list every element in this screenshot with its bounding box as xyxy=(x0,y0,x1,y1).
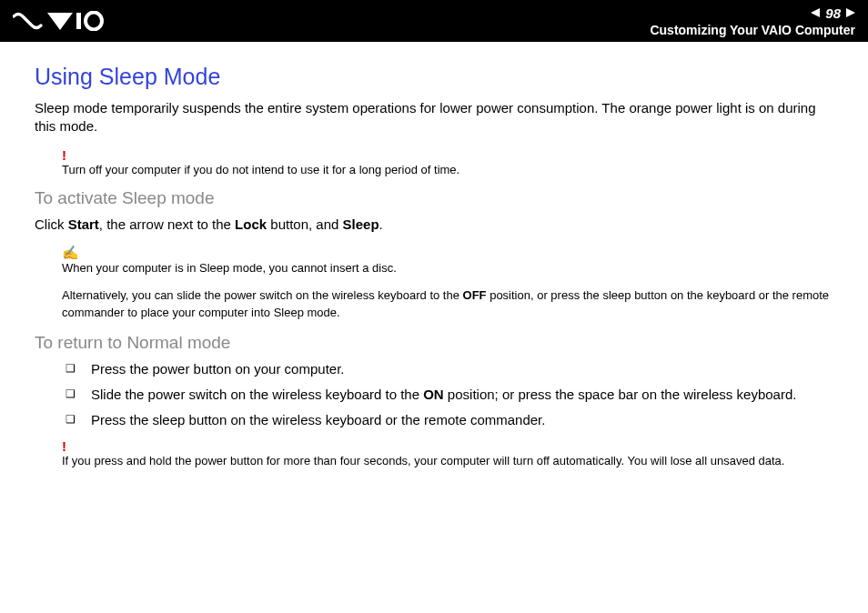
warning-icon: ! xyxy=(62,438,841,454)
header-right: 98 Customizing Your VAIO Computer xyxy=(650,5,855,37)
activate-instruction: Click Start, the arrow next to the Lock … xyxy=(35,216,841,234)
list-item: Slide the power switch on the wireless k… xyxy=(44,386,841,404)
warning-callout: ! Turn off your computer if you do not i… xyxy=(62,147,841,178)
prev-page-arrow-icon[interactable] xyxy=(811,8,820,17)
on-label: ON xyxy=(423,387,444,402)
vaio-logo xyxy=(13,11,104,31)
return-bullet-list: Press the power button on your computer.… xyxy=(44,360,841,430)
warning-icon: ! xyxy=(62,147,841,163)
section-title: Customizing Your VAIO Computer xyxy=(650,23,855,37)
return-heading: To return to Normal mode xyxy=(35,333,841,353)
text-fragment: , the arrow next to the xyxy=(99,216,235,232)
sleep-label: Sleep xyxy=(343,216,379,232)
text-fragment: Click xyxy=(35,216,68,232)
text-fragment: Alternatively, you can slide the power s… xyxy=(62,288,463,302)
page-nav: 98 xyxy=(811,5,855,21)
text-fragment: button, and xyxy=(267,216,342,232)
warning-text: Turn off your computer if you do not int… xyxy=(62,163,459,176)
page-header: 98 Customizing Your VAIO Computer xyxy=(0,0,868,42)
warning-text-2: If you press and hold the power button f… xyxy=(62,454,784,467)
warning-callout-2: ! If you press and hold the power button… xyxy=(62,438,841,469)
svg-rect-1 xyxy=(76,13,81,29)
page-number: 98 xyxy=(825,5,841,21)
alternative-instruction: Alternatively, you can slide the power s… xyxy=(62,287,841,322)
page-content: Using Sleep Mode Sleep mode temporarily … xyxy=(0,42,868,498)
off-label: OFF xyxy=(463,288,487,302)
note-text: When your computer is in Sleep mode, you… xyxy=(62,261,397,275)
next-page-arrow-icon[interactable] xyxy=(846,8,855,17)
list-item: Press the power button on your computer. xyxy=(44,360,841,378)
list-item: Press the sleep button on the wireless k… xyxy=(44,411,841,429)
svg-point-2 xyxy=(86,13,102,30)
text-fragment: . xyxy=(379,216,383,232)
start-label: Start xyxy=(68,216,99,232)
text-fragment: Slide the power switch on the wireless k… xyxy=(91,387,423,402)
note-callout: ✍ When your computer is in Sleep mode, y… xyxy=(62,245,841,276)
activate-heading: To activate Sleep mode xyxy=(35,188,841,208)
text-fragment: position; or press the space bar on the … xyxy=(444,387,797,402)
main-heading: Using Sleep Mode xyxy=(35,64,841,90)
intro-paragraph: Sleep mode temporarily suspends the enti… xyxy=(35,99,841,136)
note-icon: ✍ xyxy=(62,245,841,261)
lock-label: Lock xyxy=(235,216,267,232)
